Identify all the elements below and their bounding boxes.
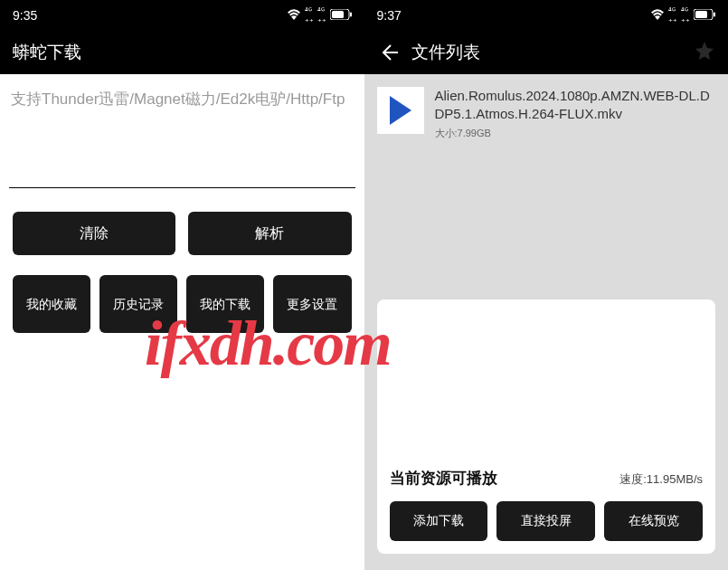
signal-icon: ⁴ᴳ₊₊	[668, 7, 677, 24]
secondary-actions: 我的收藏 历史记录 我的下载 更多设置	[0, 268, 364, 346]
title-bar: 蟒蛇下载	[0, 31, 364, 74]
favorites-label: 我的收藏	[26, 296, 77, 312]
url-input[interactable]: 支持Thunder迅雷/Magnet磁力/Ed2k电驴/Http/Ftp	[0, 74, 364, 187]
app-title: 蟒蛇下载	[13, 41, 81, 64]
svg-rect-5	[714, 13, 715, 17]
back-arrow-icon[interactable]	[377, 42, 399, 63]
add-download-label: 添加下载	[413, 513, 464, 527]
svg-rect-1	[332, 11, 344, 18]
parse-label: 解析	[255, 224, 284, 243]
more-label: 更多设置	[287, 296, 337, 312]
primary-actions: 清除 解析	[0, 188, 364, 268]
signal-icon-2: ⁴ᴳ₊₊	[681, 7, 690, 24]
cast-label: 直接投屏	[521, 513, 572, 527]
status-icons: ⁴ᴳ₊₊ ⁴ᴳ₊₊	[650, 7, 715, 24]
cast-button[interactable]: 直接投屏	[496, 501, 595, 541]
battery-icon	[330, 8, 352, 23]
playback-card: 当前资源可播放 速度:11.95MB/s 添加下载 直接投屏 在线预览	[377, 299, 716, 554]
favorites-button[interactable]: 我的收藏	[13, 275, 90, 333]
battery-icon	[694, 8, 715, 23]
downloads-button[interactable]: 我的下载	[186, 275, 264, 333]
waveform-area	[390, 314, 704, 468]
file-name: Alien.Romulus.2024.1080p.AMZN.WEB-DL.DDP…	[435, 87, 716, 124]
file-size: 大小:7.99GB	[435, 127, 716, 140]
star-icon[interactable]	[694, 40, 715, 65]
preview-label: 在线预览	[629, 513, 679, 527]
clear-label: 清除	[80, 224, 109, 243]
online-preview-button[interactable]: 在线预览	[604, 501, 703, 541]
status-bar: 9:37 ⁴ᴳ₊₊ ⁴ᴳ₊₊	[364, 0, 729, 31]
page-title: 文件列表	[411, 41, 480, 64]
screenshot-right: 9:37 ⁴ᴳ₊₊ ⁴ᴳ₊₊ 文件列表 Alien.Romulus.2024.1…	[364, 0, 729, 570]
status-icons: ⁴ᴳ₊₊ ⁴ᴳ₊₊	[287, 7, 352, 24]
history-button[interactable]: 历史记录	[99, 275, 177, 333]
wifi-icon	[650, 8, 665, 23]
speed-label: 速度:11.95MB/s	[619, 471, 703, 488]
signal-icon-2: ⁴ᴳ₊₊	[317, 7, 326, 24]
status-time: 9:35	[13, 8, 37, 23]
signal-icon: ⁴ᴳ₊₊	[305, 7, 314, 24]
status-time: 9:37	[377, 8, 402, 23]
svg-rect-4	[695, 11, 707, 18]
card-status-row: 当前资源可播放 速度:11.95MB/s	[390, 468, 704, 489]
file-info: Alien.Romulus.2024.1080p.AMZN.WEB-DL.DDP…	[435, 87, 716, 140]
title-bar: 文件列表	[364, 31, 729, 74]
wifi-icon	[287, 8, 301, 23]
parse-button[interactable]: 解析	[188, 212, 351, 255]
file-list-item[interactable]: Alien.Romulus.2024.1080p.AMZN.WEB-DL.DDP…	[364, 74, 729, 153]
svg-rect-2	[350, 13, 352, 17]
history-label: 历史记录	[113, 296, 164, 312]
card-actions: 添加下载 直接投屏 在线预览	[390, 501, 704, 541]
add-download-button[interactable]: 添加下载	[390, 501, 488, 541]
screenshot-left: 9:35 ⁴ᴳ₊₊ ⁴ᴳ₊₊ 蟒蛇下载 支持Thunder迅雷/Magnet磁力…	[0, 0, 364, 570]
playable-status: 当前资源可播放	[390, 468, 497, 489]
clear-button[interactable]: 清除	[13, 212, 175, 255]
more-settings-button[interactable]: 更多设置	[273, 275, 351, 333]
status-bar: 9:35 ⁴ᴳ₊₊ ⁴ᴳ₊₊	[0, 0, 364, 31]
downloads-label: 我的下载	[200, 296, 251, 312]
url-input-placeholder: 支持Thunder迅雷/Magnet磁力/Ed2k电驴/Http/Ftp	[11, 90, 345, 108]
play-icon	[377, 87, 424, 134]
